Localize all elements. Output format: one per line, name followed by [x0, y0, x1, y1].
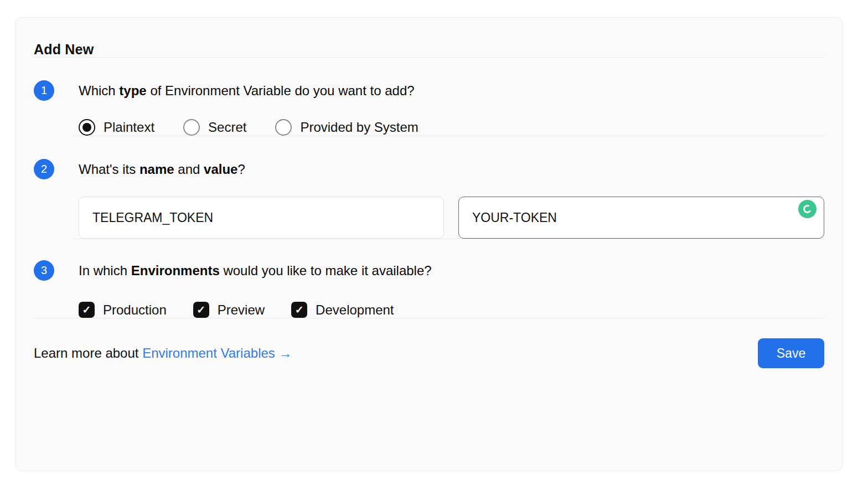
variable-value-input[interactable]	[458, 197, 824, 239]
radio-secret-label: Secret	[208, 120, 246, 135]
checkbox-preview-label: Preview	[218, 302, 265, 318]
checkbox-preview[interactable]: ✓ Preview	[193, 302, 265, 318]
card-header: Add New	[34, 18, 824, 57]
step-2-badge: 2	[34, 159, 54, 179]
add-new-env-variable-card: Add New 1 Which type of Environment Vari…	[16, 17, 843, 471]
radio-unselected-icon[interactable]	[275, 119, 292, 136]
loading-spinner-icon	[798, 200, 817, 218]
radio-provided-by-system-label: Provided by System	[300, 120, 418, 135]
step-1-badge: 1	[34, 80, 54, 101]
step-3-badge: 3	[34, 260, 54, 281]
step-environments: 3 In which Environments would you like t…	[34, 239, 824, 318]
variable-name-input[interactable]	[79, 197, 444, 239]
step-type: 1 Which type of Environment Variable do …	[34, 58, 824, 136]
checkbox-production[interactable]: ✓ Production	[79, 302, 167, 318]
radio-secret[interactable]: Secret	[183, 119, 246, 136]
page-title: Add New	[34, 42, 824, 57]
checkbox-development-label: Development	[316, 302, 394, 318]
type-radio-group: Plaintext Secret Provided by System	[79, 119, 824, 136]
step-2-question: What's its name and value?	[79, 159, 824, 179]
environment-variables-link[interactable]: Environment Variables →	[142, 346, 292, 360]
radio-provided-by-system[interactable]: Provided by System	[275, 119, 418, 136]
learn-more-text: Learn more about Environment Variables →	[34, 346, 292, 361]
step-name-value: 2 What's its name and value?	[34, 136, 824, 239]
radio-selected-icon[interactable]	[79, 119, 95, 136]
name-value-inputs-row	[79, 197, 824, 239]
checkbox-checked-icon[interactable]: ✓	[193, 302, 209, 318]
checkbox-checked-icon[interactable]: ✓	[291, 302, 307, 318]
variable-value-wrap	[458, 197, 824, 239]
checkbox-production-label: Production	[103, 302, 167, 318]
arrow-right-icon: →	[278, 346, 292, 360]
save-button[interactable]: Save	[758, 338, 824, 368]
card-footer: Learn more about Environment Variables →…	[34, 318, 824, 388]
radio-plaintext[interactable]: Plaintext	[79, 119, 154, 136]
radio-plaintext-label: Plaintext	[104, 120, 154, 135]
checkbox-development[interactable]: ✓ Development	[291, 302, 394, 318]
environments-checkbox-group: ✓ Production ✓ Preview ✓ Development	[79, 302, 824, 318]
step-3-question: In which Environments would you like to …	[79, 260, 824, 281]
step-1-question: Which type of Environment Variable do yo…	[79, 80, 824, 101]
checkbox-checked-icon[interactable]: ✓	[79, 302, 95, 318]
radio-unselected-icon[interactable]	[183, 119, 200, 136]
